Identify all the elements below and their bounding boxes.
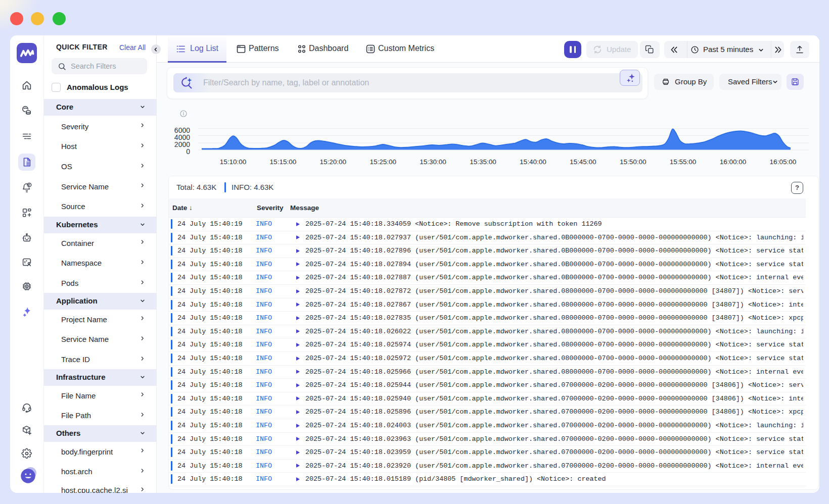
svg-text:15:10:00: 15:10:00 xyxy=(220,158,247,166)
svg-text:15:15:00: 15:15:00 xyxy=(270,158,297,166)
svg-text:15:40:00: 15:40:00 xyxy=(520,158,546,166)
svg-text:15:45:00: 15:45:00 xyxy=(570,158,596,166)
svg-text:16:05:00: 16:05:00 xyxy=(770,158,797,166)
svg-text:15:20:00: 15:20:00 xyxy=(320,158,347,166)
svg-text:16:00:00: 16:00:00 xyxy=(720,158,747,166)
svg-text:0: 0 xyxy=(186,147,190,156)
svg-text:15:35:00: 15:35:00 xyxy=(470,158,496,166)
svg-text:15:30:00: 15:30:00 xyxy=(420,158,446,166)
svg-text:15:25:00: 15:25:00 xyxy=(370,158,396,166)
svg-text:15:55:00: 15:55:00 xyxy=(670,158,697,166)
svg-text:15:50:00: 15:50:00 xyxy=(620,158,647,166)
